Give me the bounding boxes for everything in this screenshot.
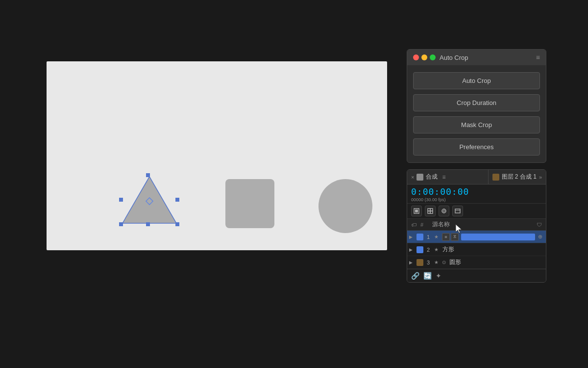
- comp-close-icon[interactable]: ×: [411, 174, 414, 180]
- layer-3-star[interactable]: ★: [433, 260, 440, 265]
- svg-rect-3: [146, 173, 150, 177]
- comp-title: 合成: [426, 173, 438, 181]
- layer-3-num: 3: [425, 260, 432, 265]
- toolbar-btn-1[interactable]: [411, 206, 422, 216]
- comp-panel-header: × 合成 ≡ 图层 2 合成 1 »: [407, 170, 546, 184]
- comp-footer: 🔗 🔄 ✦: [407, 269, 546, 282]
- layer-1-star[interactable]: ★: [433, 234, 440, 239]
- toolbar-btn-4[interactable]: [452, 206, 463, 216]
- comp-layer-swatch: [492, 174, 499, 181]
- svg-rect-7: [119, 198, 123, 202]
- toolbar-btn-2[interactable]: [425, 206, 436, 216]
- layer-1-icon-1[interactable]: ≡: [442, 233, 450, 241]
- layer-1-icon-2[interactable]: ⧖: [451, 233, 459, 241]
- svg-rect-18: [455, 209, 460, 213]
- col-name: 源名称: [432, 220, 533, 229]
- auto-crop-button[interactable]: Auto Crop: [413, 72, 540, 89]
- layer-1-num: 1: [425, 234, 432, 240]
- layer-2-num: 2: [425, 247, 432, 253]
- tag-icon: 🏷: [411, 222, 416, 228]
- app-background: Auto Crop ≡ Auto Crop Crop Duration Mask…: [0, 0, 588, 368]
- layer-1-bar: [461, 234, 535, 240]
- triangle-shape[interactable]: [118, 169, 181, 233]
- panel-title: Auto Crop: [440, 54, 532, 61]
- layer-3-icon: ⊙: [442, 260, 446, 265]
- svg-rect-5: [175, 222, 179, 226]
- timecode-fps: 00000 (30.00 fps): [411, 197, 542, 202]
- mask-crop-button[interactable]: Mask Crop: [413, 116, 540, 133]
- layer-1-icons: ≡ ⧖: [442, 233, 459, 241]
- layer-1-end: ⊕: [536, 234, 544, 240]
- svg-rect-14: [430, 211, 433, 213]
- window-controls: [413, 54, 436, 60]
- layer-2-name: 方形: [441, 245, 544, 254]
- panel-menu-icon[interactable]: ≡: [536, 53, 540, 61]
- timecode-display: 0:00:00:00: [411, 186, 542, 197]
- layer-3-expand: ▶: [409, 260, 415, 265]
- preferences-button[interactable]: Preferences: [413, 138, 540, 156]
- footer-btn-3[interactable]: ✦: [436, 272, 441, 280]
- layer-2-swatch: [416, 246, 423, 253]
- layer-row-1[interactable]: ▶ 1 ★ ≡ ⧖ ⊕: [407, 231, 546, 243]
- comp-toolbar: [407, 204, 546, 219]
- layer-1-swatch: [416, 234, 423, 240]
- layer-3-swatch: [416, 259, 423, 266]
- composition-panel: × 合成 ≡ 图层 2 合成 1 » 0:00:00:00 00000 (30.…: [407, 169, 546, 283]
- svg-rect-8: [175, 198, 179, 202]
- layer-2-star[interactable]: ★: [433, 247, 440, 252]
- layer-row-2[interactable]: ▶ 2 ★ 方形: [407, 243, 546, 256]
- crop-duration-button[interactable]: Crop Duration: [413, 94, 540, 111]
- square-shape: [225, 179, 274, 228]
- comp-menu-icon[interactable]: ≡: [440, 174, 447, 181]
- auto-crop-panel: Auto Crop ≡ Auto Crop Crop Duration Mask…: [407, 49, 546, 163]
- comp-expand-icon[interactable]: »: [539, 174, 542, 180]
- svg-marker-0: [122, 177, 176, 223]
- comp-columns: 🏷 # 源名称 🛡: [407, 219, 546, 231]
- comp-color-swatch: [416, 174, 423, 181]
- col-hash: #: [420, 222, 428, 228]
- canvas-area: [47, 61, 387, 250]
- layer-row-3[interactable]: ▶ 3 ★ ⊙ 圆形: [407, 256, 546, 269]
- circle-shape: [318, 179, 372, 233]
- layer-2-expand: ▶: [409, 247, 415, 252]
- layer-3-name: 圆形: [447, 258, 544, 266]
- minimize-button[interactable]: [421, 54, 427, 60]
- svg-rect-4: [119, 222, 123, 226]
- svg-rect-6: [146, 222, 150, 226]
- comp-layer-title: 图层 2 合成 1: [502, 173, 537, 181]
- footer-btn-1[interactable]: 🔗: [411, 272, 419, 280]
- timecode-area: 0:00:00:00 00000 (30.00 fps): [407, 184, 546, 204]
- close-button[interactable]: [413, 54, 419, 60]
- svg-rect-10: [415, 210, 418, 212]
- comp-header-right: 图层 2 合成 1 »: [488, 170, 546, 184]
- shield-icon: 🛡: [537, 222, 542, 228]
- auto-crop-panel-header: Auto Crop ≡: [407, 50, 546, 65]
- comp-header-left: × 合成 ≡: [407, 170, 488, 184]
- layer-1-expand: ▶: [409, 235, 415, 239]
- footer-btn-2[interactable]: 🔄: [423, 272, 432, 280]
- maximize-button[interactable]: [430, 54, 436, 60]
- auto-crop-panel-body: Auto Crop Crop Duration Mask Crop Prefer…: [407, 65, 546, 162]
- toolbar-btn-3[interactable]: [439, 206, 449, 216]
